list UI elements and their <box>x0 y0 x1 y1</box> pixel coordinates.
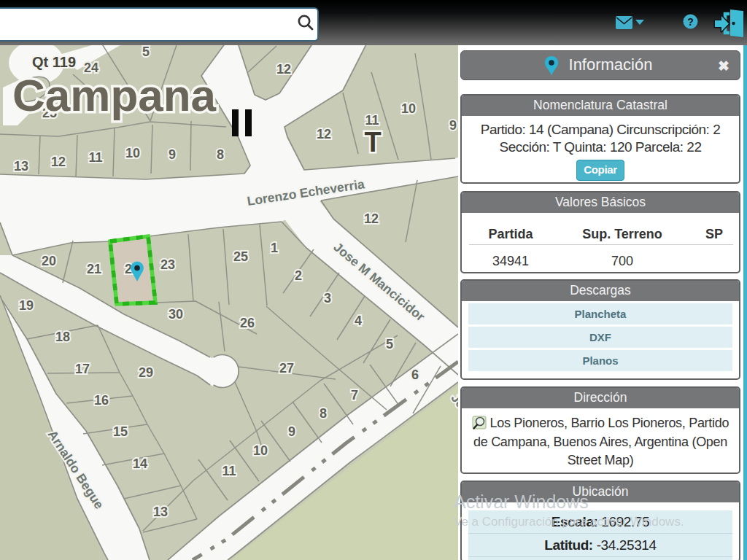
svg-text:18: 18 <box>55 330 70 344</box>
svg-text:11: 11 <box>88 150 102 165</box>
svg-text:4: 4 <box>355 314 362 328</box>
svg-text:7: 7 <box>351 388 358 402</box>
svg-text:17: 17 <box>75 362 90 376</box>
svg-text:9: 9 <box>169 147 176 162</box>
svg-text:20: 20 <box>42 254 56 268</box>
svg-text:12: 12 <box>51 155 66 169</box>
svg-text:11: 11 <box>222 464 236 478</box>
svg-text:29: 29 <box>139 365 153 380</box>
svg-text:11: 11 <box>365 113 379 128</box>
svg-text:2: 2 <box>295 268 302 283</box>
svg-text:19: 19 <box>19 298 34 313</box>
svg-text:13: 13 <box>14 159 28 174</box>
svg-text:8: 8 <box>320 406 327 421</box>
svg-text:6: 6 <box>411 368 419 382</box>
svg-text:Campana: Campana <box>12 70 217 120</box>
svg-text:?: ? <box>687 16 694 28</box>
svg-text:30: 30 <box>169 307 183 322</box>
svg-text:5: 5 <box>386 337 393 351</box>
svg-text:10: 10 <box>253 443 268 458</box>
svg-text:21: 21 <box>87 262 101 276</box>
svg-text:Qt 119: Qt 119 <box>32 54 76 70</box>
svg-text:12: 12 <box>364 211 379 226</box>
svg-text:12: 12 <box>317 127 331 141</box>
svg-text:9: 9 <box>449 118 457 133</box>
svg-text:25: 25 <box>233 249 248 264</box>
svg-text:3: 3 <box>324 291 331 306</box>
svg-text:5: 5 <box>142 45 150 59</box>
svg-text:15: 15 <box>113 424 128 439</box>
svg-text:16: 16 <box>94 393 109 408</box>
svg-text:13: 13 <box>153 505 168 519</box>
svg-text:12: 12 <box>276 62 291 77</box>
svg-text:10: 10 <box>125 146 140 160</box>
svg-text:T: T <box>364 127 381 158</box>
svg-text:8: 8 <box>217 147 224 162</box>
svg-text:10: 10 <box>401 101 416 116</box>
svg-text:27: 27 <box>279 361 294 376</box>
svg-text:9: 9 <box>288 424 295 439</box>
svg-text:23: 23 <box>160 257 175 272</box>
svg-text:14: 14 <box>133 456 147 471</box>
svg-text:1: 1 <box>271 241 278 255</box>
svg-text:26: 26 <box>240 316 255 330</box>
